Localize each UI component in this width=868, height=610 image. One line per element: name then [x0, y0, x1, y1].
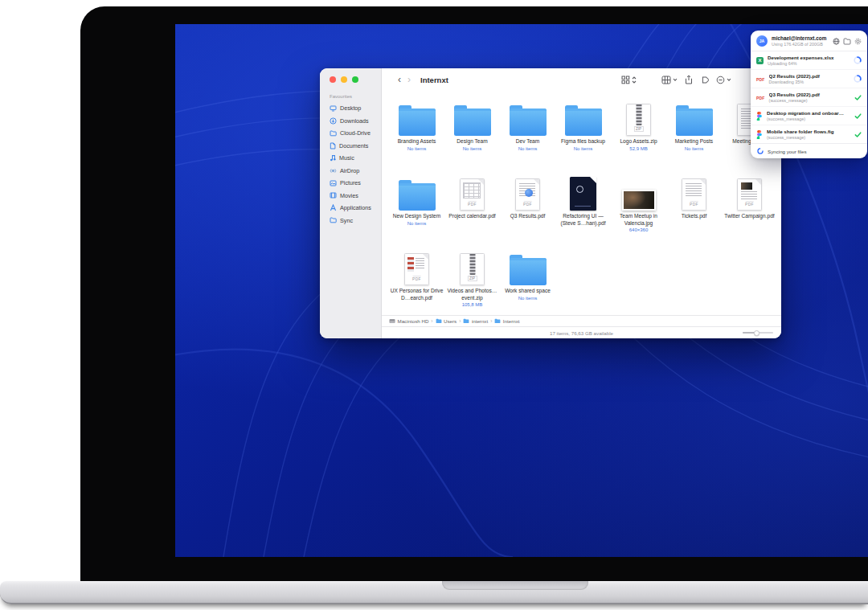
- success-check-icon: [854, 94, 862, 101]
- share-icon[interactable]: [685, 75, 693, 84]
- file-meta: 105,8 MB: [462, 302, 483, 307]
- pdf-photo-icon: PDF: [737, 174, 762, 211]
- finder-window: Favourites DesktopDownloadsCloud-DriveDo…: [320, 68, 781, 338]
- sync-item[interactable]: PDFQ3 Results (2022).pdf(success_message…: [751, 88, 867, 107]
- view-as-grid-icon[interactable]: [621, 76, 637, 84]
- file-name: Refactoring UI — (Steve S…han).pdf: [557, 213, 610, 227]
- finder-sidebar: Favourites DesktopDownloadsCloud-DriveDo…: [320, 68, 382, 338]
- file-name: Branding Assets: [398, 138, 436, 145]
- breadcrumb-label: Internxt: [503, 318, 520, 324]
- sync-item[interactable]: Mobile share folder flows.fig(success_me…: [751, 125, 867, 143]
- file-name: Team Meetup in Valencia.jpg: [612, 213, 665, 227]
- account-info: michael@internxt.com Using 176.42GB of 2…: [772, 35, 826, 47]
- file-item[interactable]: ZIPLogo Assets.zip52,9 MB: [611, 97, 666, 172]
- account-email: michael@internxt.com: [772, 35, 826, 41]
- file-item[interactable]: Design TeamNo items: [444, 97, 500, 172]
- back-button[interactable]: ‹: [395, 75, 404, 84]
- sync-item-texts: Q3 Results (2022).pdf(success_message): [769, 92, 850, 103]
- icon-size-slider[interactable]: [743, 332, 773, 334]
- sync-footer-label: Syncing your files: [768, 149, 807, 154]
- minimize-button[interactable]: [341, 76, 347, 83]
- folder-icon: [399, 174, 436, 211]
- sidebar-item-applications[interactable]: Applications: [330, 202, 381, 215]
- sidebar-item-downloads[interactable]: Downloads: [330, 115, 381, 128]
- internxt-sync-panel: JA michael@internxt.com Using 176.42GB o…: [751, 31, 867, 158]
- breadcrumb-item[interactable]: Internxt: [494, 318, 519, 324]
- sidebar-item-cloud-drive[interactable]: Cloud-Drive: [330, 127, 381, 140]
- sync-item-name: Q3 Results (2022).pdf: [769, 92, 846, 97]
- file-name: Logo Assets.zip: [620, 138, 657, 145]
- sidebar-item-sync[interactable]: Sync: [330, 215, 381, 227]
- file-item[interactable]: Branding AssetsNo items: [389, 97, 444, 172]
- slider-fill: [743, 332, 755, 334]
- figma-file-icon: [756, 130, 763, 139]
- breadcrumb-label: internxt: [472, 318, 488, 324]
- file-item[interactable]: Figma files backupNo items: [555, 97, 611, 172]
- file-item[interactable]: PDFProject calendar.pdf: [444, 172, 500, 247]
- sync-item-status: Uploading 64%: [768, 61, 850, 66]
- sync-item[interactable]: PDFQ2 Results (2022).pdfDownloading 35%: [751, 70, 867, 88]
- file-item[interactable]: ZIPVideos and Photos…event.zip105,8 MB: [444, 247, 500, 315]
- breadcrumb-label: Users: [444, 318, 457, 324]
- progress-spinner-icon: [854, 75, 862, 83]
- sidebar-item-movies[interactable]: Movies: [330, 190, 381, 203]
- group-by-icon[interactable]: [661, 76, 678, 84]
- movies-icon: [330, 192, 337, 199]
- file-item[interactable]: Dev TeamNo items: [500, 97, 555, 172]
- sync-item-name: Development expenses.xlsx: [768, 55, 845, 60]
- sidebar-section-label: Favourites: [330, 94, 381, 99]
- file-item[interactable]: PDFQ3 Results.pdf: [500, 172, 555, 247]
- sidebar-item-label: Downloads: [340, 117, 369, 125]
- panel-header-icons: [833, 38, 862, 45]
- sync-item[interactable]: Development expenses.xlsxUploading 64%: [751, 51, 867, 70]
- file-item[interactable]: Marketing PostsNo items: [666, 97, 722, 172]
- gear-icon[interactable]: [854, 38, 862, 45]
- file-item[interactable]: Refactoring UI — (Steve S…han).pdf: [555, 172, 611, 247]
- sidebar-item-label: Documents: [339, 142, 368, 149]
- sync-item-name: Mobile share folder flows.fig: [767, 129, 844, 134]
- close-button[interactable]: [330, 76, 336, 83]
- file-item[interactable]: Team Meetup in Valencia.jpg640×360: [611, 172, 666, 247]
- sidebar-item-desktop[interactable]: Desktop: [330, 102, 381, 115]
- file-name: Videos and Photos…event.zip: [446, 288, 499, 301]
- breadcrumb-item[interactable]: Users: [436, 318, 457, 324]
- pdf-file-icon: PDF: [756, 95, 765, 100]
- forward-button[interactable]: ›: [404, 75, 414, 84]
- sidebar-item-pictures[interactable]: Pictures: [330, 177, 381, 190]
- globe-icon[interactable]: [833, 38, 840, 45]
- file-item[interactable]: PDFUX Personas for Drive D…earch.pdf: [389, 247, 444, 315]
- slider-knob[interactable]: [754, 330, 760, 336]
- sync-item-texts: Q2 Results (2022).pdfDownloading 35%: [769, 73, 850, 84]
- xlsx-file-icon: [756, 57, 764, 64]
- photo-icon: [622, 174, 656, 211]
- zoom-button[interactable]: [352, 76, 358, 83]
- breadcrumb-item[interactable]: internxt: [463, 318, 488, 324]
- sidebar-item-music[interactable]: Music: [330, 152, 381, 165]
- file-grid: Branding AssetsNo itemsDesign TeamNo ite…: [382, 91, 781, 315]
- folder-icon: [330, 217, 337, 223]
- file-meta: No items: [407, 221, 427, 226]
- sync-item[interactable]: Desktop migration and onboardi…(success_…: [751, 107, 867, 125]
- file-item[interactable]: New Design SystemNo items: [389, 172, 444, 247]
- tag-icon[interactable]: [700, 76, 709, 84]
- sidebar-item-airdrop[interactable]: AirDrop: [330, 165, 381, 178]
- avatar: JA: [756, 35, 768, 47]
- more-actions-icon[interactable]: [716, 76, 731, 84]
- sidebar-item-documents[interactable]: Documents: [330, 140, 381, 153]
- pictures-icon: [330, 180, 337, 186]
- file-item[interactable]: PDFTickets.pdf: [666, 172, 722, 247]
- applications-icon: [330, 204, 337, 211]
- file-item[interactable]: Work shared spaceNo items: [500, 247, 555, 315]
- pdf-persona-icon: PDF: [404, 248, 429, 285]
- file-item[interactable]: PDFTwitter Campaign.pdf: [722, 172, 777, 247]
- music-icon: [330, 154, 336, 162]
- book-icon: [570, 174, 596, 211]
- folder-icon[interactable]: [843, 38, 851, 45]
- downloads-icon: [330, 117, 337, 125]
- sync-item-texts: Desktop migration and onboardi…(success_…: [767, 110, 850, 121]
- progress-spinner-icon: [854, 56, 862, 64]
- sidebar-items: DesktopDownloadsCloud-DriveDocumentsMusi…: [330, 102, 381, 227]
- sync-items: Development expenses.xlsxUploading 64%PD…: [751, 51, 867, 143]
- breadcrumb-item[interactable]: Macintosh HD: [389, 318, 428, 324]
- breadcrumb-separator: ›: [490, 318, 492, 324]
